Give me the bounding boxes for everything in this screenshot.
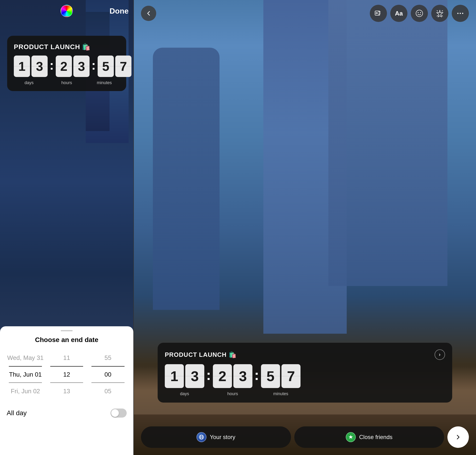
all-day-label: All day xyxy=(7,409,27,417)
arrow-circle-btn[interactable]: › xyxy=(435,349,445,360)
all-day-toggle[interactable] xyxy=(111,408,127,418)
your-story-button[interactable]: Your story xyxy=(141,426,291,448)
date-item-1[interactable]: Thu, Jun 01 xyxy=(5,366,46,383)
hours-digits: 2 3 xyxy=(56,56,89,77)
svg-point-6 xyxy=(460,13,461,14)
globe-icon xyxy=(197,432,206,442)
minute-column[interactable]: 55 00 05 xyxy=(87,349,129,399)
hours-label-text: hours xyxy=(61,80,72,85)
countdown-labels-left: days hours minutes xyxy=(14,80,119,85)
star-icon xyxy=(346,432,356,442)
hours-label-right-wrap: hours xyxy=(213,391,252,396)
svg-point-7 xyxy=(462,13,463,14)
hours-digits-right: 2 3 xyxy=(213,364,252,388)
minutes-label-wrap: minutes xyxy=(89,80,119,85)
minute-item-2[interactable]: 05 xyxy=(87,383,129,399)
back-button[interactable] xyxy=(141,6,156,21)
min-tens: 5 xyxy=(98,56,114,77)
minutes-label-right-text: minutes xyxy=(273,391,288,396)
countdown-digits-left: 1 3 : 2 3 : 5 7 xyxy=(14,56,119,77)
days-label-right-wrap: days xyxy=(165,391,204,396)
hour-item-1[interactable]: 12 xyxy=(46,366,87,383)
date-item-2[interactable]: Fri, Jun 02 xyxy=(5,383,46,399)
hour-item-0[interactable]: 11 xyxy=(46,349,87,366)
widget-title-left: PRODUCT LAUNCH 🛍️ xyxy=(14,43,119,51)
hours-label-wrap: hours xyxy=(51,80,82,85)
minute-item-1[interactable]: 00 xyxy=(87,366,129,383)
right-toolbar: Aa xyxy=(134,5,476,22)
curved-building xyxy=(153,48,220,310)
date-column[interactable]: Wed, May 31 Thu, Jun 01 Fri, Jun 02 xyxy=(5,349,46,399)
hour-tens-right: 2 xyxy=(213,364,232,388)
countdown-widget-left[interactable]: PRODUCT LAUNCH 🛍️ 1 3 : 2 3 : 5 7 days xyxy=(7,36,126,91)
bottom-bar-right: Your story Close friends xyxy=(141,426,469,448)
countdown-labels-right: days hours minutes xyxy=(165,391,445,396)
min-ones-right: 7 xyxy=(281,364,301,388)
right-building xyxy=(328,0,447,286)
more-button[interactable] xyxy=(452,5,469,22)
day-tens: 1 xyxy=(14,56,30,77)
bottom-sheet: Choose an end date Wed, May 31 Thu, Jun … xyxy=(0,326,133,455)
text-button[interactable]: Aa xyxy=(390,5,407,22)
days-label-right-text: days xyxy=(180,391,189,396)
colon-right-2: : xyxy=(254,367,260,383)
minutes-label-right-wrap: minutes xyxy=(261,391,301,396)
close-friends-button[interactable]: Close friends xyxy=(294,426,444,448)
hour-ones: 3 xyxy=(73,56,89,77)
svg-point-5 xyxy=(457,13,459,14)
close-friends-label: Close friends xyxy=(359,434,392,440)
min-ones: 7 xyxy=(115,56,131,77)
svg-point-2 xyxy=(416,10,423,17)
sheet-handle[interactable] xyxy=(61,330,73,331)
day-ones: 3 xyxy=(32,56,48,77)
minutes-digits-right: 5 7 xyxy=(261,364,301,388)
min-tens-right: 5 xyxy=(261,364,280,388)
hour-tens: 2 xyxy=(56,56,72,77)
sparkle-button[interactable] xyxy=(431,5,448,22)
toggle-thumb xyxy=(111,409,119,417)
minute-item-0[interactable]: 55 xyxy=(87,349,129,366)
svg-point-3 xyxy=(418,12,419,13)
minutes-label-text: minutes xyxy=(97,80,112,85)
left-header: Done xyxy=(0,5,133,17)
right-panel: Aa xyxy=(134,0,476,455)
colon-right-1: : xyxy=(206,367,211,383)
days-label-wrap: days xyxy=(14,80,44,85)
countdown-digits-right: 1 3 : 2 3 : 5 7 xyxy=(165,364,445,388)
toolbar-icons: Aa xyxy=(370,5,469,22)
days-digits-right: 1 3 xyxy=(165,364,204,388)
day-ones-right: 3 xyxy=(185,364,204,388)
your-story-label: Your story xyxy=(210,434,235,440)
hour-column[interactable]: 11 12 13 xyxy=(46,349,87,399)
widget-title-right: PRODUCT LAUNCH 🛍️ › xyxy=(165,349,445,360)
date-item-0[interactable]: Wed, May 31 xyxy=(5,349,46,366)
svg-point-1 xyxy=(376,12,377,14)
done-button[interactable]: Done xyxy=(110,7,129,16)
days-label-text: days xyxy=(24,80,34,85)
mention-button[interactable] xyxy=(370,5,387,22)
day-tens-right: 1 xyxy=(165,364,184,388)
color-wheel-icon[interactable] xyxy=(61,5,73,17)
hours-label-right-text: hours xyxy=(227,391,238,396)
all-day-row: All day xyxy=(0,402,133,424)
hour-item-2[interactable]: 13 xyxy=(46,383,87,399)
minutes-digits: 5 7 xyxy=(98,56,131,77)
hour-ones-right: 3 xyxy=(233,364,252,388)
left-panel: Done PRODUCT LAUNCH 🛍️ 1 3 : 2 3 : 5 7 xyxy=(0,0,133,455)
sheet-title: Choose an end date xyxy=(0,336,133,344)
svg-point-4 xyxy=(420,12,421,13)
next-button[interactable] xyxy=(447,426,469,448)
date-picker[interactable]: Wed, May 31 Thu, Jun 01 Fri, Jun 02 11 1… xyxy=(0,349,133,399)
colon-2: : xyxy=(91,58,96,73)
countdown-widget-right[interactable]: PRODUCT LAUNCH 🛍️ › 1 3 : 2 3 : 5 7 days xyxy=(158,343,452,403)
days-digits: 1 3 xyxy=(14,56,48,77)
emoji-sticker-button[interactable] xyxy=(411,5,428,22)
colon-1: : xyxy=(49,58,54,73)
